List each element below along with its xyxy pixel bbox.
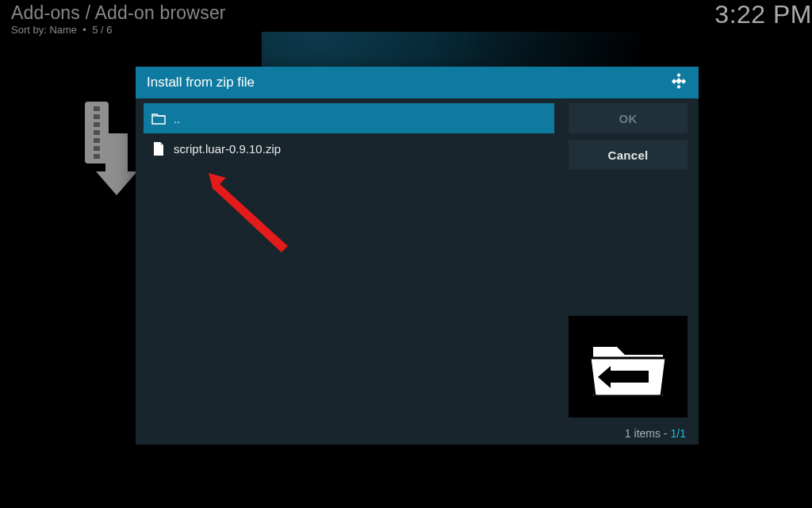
cancel-button[interactable]: Cancel — [569, 140, 688, 170]
svg-rect-5 — [94, 138, 100, 143]
clock: 3:22 PM — [714, 0, 812, 29]
svg-rect-9 — [672, 79, 676, 83]
install-from-zip-dialog: Install from zip file .. — [136, 67, 699, 444]
dialog-footer: 1 items - 1/1 — [136, 422, 699, 444]
svg-rect-1 — [94, 106, 100, 111]
svg-rect-12 — [676, 85, 680, 89]
svg-rect-10 — [681, 79, 686, 83]
svg-rect-8 — [676, 73, 680, 77]
dialog-title: Install from zip file — [147, 75, 255, 90]
sort-line: Sort by: Name • 5 / 6 — [11, 24, 801, 36]
file-icon — [151, 141, 166, 156]
file-row-parent[interactable]: .. — [144, 103, 554, 133]
svg-rect-2 — [94, 114, 100, 119]
dialog-side-panel: OK Cancel — [569, 103, 688, 418]
kodi-logo-icon — [670, 72, 688, 93]
sort-count: 5 / 6 — [92, 24, 112, 36]
dialog-titlebar: Install from zip file — [136, 67, 699, 98]
header: Add-ons / Add-on browser Sort by: Name •… — [0, 0, 812, 36]
svg-rect-6 — [94, 146, 100, 151]
footer-page: 1/1 — [671, 427, 686, 440]
install-zip-icon — [74, 102, 137, 197]
breadcrumb: Add-ons / Add-on browser — [11, 2, 801, 24]
sort-label: Sort by: Name — [11, 24, 77, 36]
file-list: .. script.luar-0.9.10.zip — [144, 103, 554, 418]
separator-dot: • — [82, 24, 86, 36]
folder-up-icon — [151, 111, 166, 125]
svg-rect-4 — [94, 130, 100, 135]
dialog-body: .. script.luar-0.9.10.zip OK Cancel — [136, 98, 699, 422]
ok-button[interactable]: OK — [569, 103, 688, 133]
file-row-label: script.luar-0.9.10.zip — [174, 142, 281, 156]
svg-rect-3 — [94, 122, 100, 127]
folder-back-preview[interactable] — [569, 316, 688, 418]
svg-rect-13 — [611, 371, 649, 383]
footer-count: 1 items - — [625, 427, 668, 440]
svg-rect-7 — [94, 154, 100, 159]
file-row-label: .. — [174, 112, 180, 125]
svg-rect-11 — [676, 78, 682, 84]
file-row-zip[interactable]: script.luar-0.9.10.zip — [144, 133, 554, 164]
